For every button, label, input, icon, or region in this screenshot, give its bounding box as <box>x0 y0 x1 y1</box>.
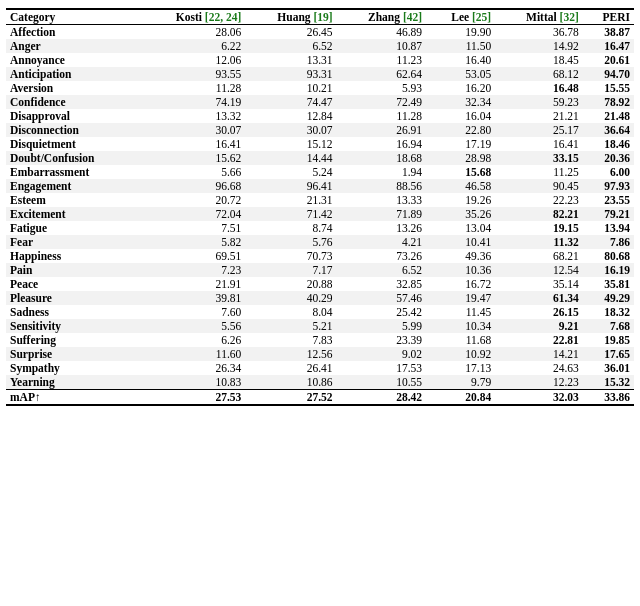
table-cell: 12.06 <box>139 53 245 67</box>
table-cell: 16.47 <box>583 39 634 53</box>
table-cell: Esteem <box>6 193 139 207</box>
table-cell: 10.21 <box>245 81 336 95</box>
table-row: Happiness69.5170.7373.2649.3668.2180.68 <box>6 249 634 263</box>
table-cell: 16.40 <box>426 53 495 67</box>
table-row: Annoyance12.0613.3111.2316.4018.4520.61 <box>6 53 634 67</box>
table-cell: 19.90 <box>426 25 495 40</box>
footer-cell: 27.53 <box>139 390 245 406</box>
table-cell: 23.39 <box>337 333 426 347</box>
table-cell: 11.68 <box>426 333 495 347</box>
table-cell: 11.32 <box>495 235 583 249</box>
table-cell: 6.22 <box>139 39 245 53</box>
table-row: Fear5.825.764.2110.4111.327.86 <box>6 235 634 249</box>
col-zhang: Zhang [42] <box>337 9 426 25</box>
table-cell: 93.31 <box>245 67 336 81</box>
table-cell: 49.36 <box>426 249 495 263</box>
table-cell: 32.85 <box>337 277 426 291</box>
table-cell: Excitement <box>6 207 139 221</box>
table-row: Suffering6.267.8323.3911.6822.8119.85 <box>6 333 634 347</box>
table-cell: Annoyance <box>6 53 139 67</box>
col-category: Category <box>6 9 139 25</box>
table-cell: 10.34 <box>426 319 495 333</box>
table-cell: 72.04 <box>139 207 245 221</box>
table-cell: 96.68 <box>139 179 245 193</box>
footer-cell: 28.42 <box>337 390 426 406</box>
table-cell: 82.21 <box>495 207 583 221</box>
table-cell: 26.45 <box>245 25 336 40</box>
table-cell: 14.21 <box>495 347 583 361</box>
table-cell: 7.51 <box>139 221 245 235</box>
table-cell: 35.14 <box>495 277 583 291</box>
table-row: Pleasure39.8140.2957.4619.4761.3449.29 <box>6 291 634 305</box>
ref-lee: [25] <box>472 11 491 23</box>
table-cell: 13.94 <box>583 221 634 235</box>
table-cell: 13.26 <box>337 221 426 235</box>
table-cell: 53.05 <box>426 67 495 81</box>
table-cell: 19.15 <box>495 221 583 235</box>
table-cell: 22.81 <box>495 333 583 347</box>
table-cell: 36.78 <box>495 25 583 40</box>
table-cell: 11.28 <box>337 109 426 123</box>
ref-mittal: [32] <box>560 11 579 23</box>
table-cell: 5.99 <box>337 319 426 333</box>
table-row: Esteem20.7221.3113.3319.2622.2323.55 <box>6 193 634 207</box>
table-cell: 7.23 <box>139 263 245 277</box>
table-row: Sensitivity5.565.215.9910.349.217.68 <box>6 319 634 333</box>
table-footer-row: mAP↑27.5327.5228.4220.8432.0333.86 <box>6 390 634 406</box>
table-cell: 15.62 <box>139 151 245 165</box>
footer-cell: 32.03 <box>495 390 583 406</box>
table-cell: 5.56 <box>139 319 245 333</box>
table-cell: 23.55 <box>583 193 634 207</box>
table-cell: 21.48 <box>583 109 634 123</box>
table-cell: Surprise <box>6 347 139 361</box>
table-cell: 5.76 <box>245 235 336 249</box>
table-row: Anger6.226.5210.8711.5014.9216.47 <box>6 39 634 53</box>
table-cell: 69.51 <box>139 249 245 263</box>
footer-cell: 27.52 <box>245 390 336 406</box>
col-kosti: Kosti [22, 24] <box>139 9 245 25</box>
table-cell: Fear <box>6 235 139 249</box>
table-row: Disconnection30.0730.0726.9122.8025.1736… <box>6 123 634 137</box>
table-cell: 19.85 <box>583 333 634 347</box>
table-cell: 93.55 <box>139 67 245 81</box>
table-cell: 16.41 <box>495 137 583 151</box>
table-cell: Embarrassment <box>6 165 139 179</box>
table-cell: 19.47 <box>426 291 495 305</box>
table-row: Embarrassment5.665.241.9415.6811.256.00 <box>6 165 634 179</box>
table-cell: 5.93 <box>337 81 426 95</box>
table-cell: 96.41 <box>245 179 336 193</box>
table-cell: Anger <box>6 39 139 53</box>
table-cell: 68.21 <box>495 249 583 263</box>
table-cell: 73.26 <box>337 249 426 263</box>
table-cell: Sympathy <box>6 361 139 375</box>
table-cell: 7.83 <box>245 333 336 347</box>
col-peri: PERI <box>583 9 634 25</box>
table-cell: 15.32 <box>583 375 634 390</box>
table-cell: 59.23 <box>495 95 583 109</box>
table-cell: 19.26 <box>426 193 495 207</box>
table-cell: Sensitivity <box>6 319 139 333</box>
table-cell: 13.31 <box>245 53 336 67</box>
table-cell: Doubt/Confusion <box>6 151 139 165</box>
table-cell: 57.46 <box>337 291 426 305</box>
table-cell: 28.98 <box>426 151 495 165</box>
table-cell: 9.21 <box>495 319 583 333</box>
table-cell: Happiness <box>6 249 139 263</box>
table-cell: 33.15 <box>495 151 583 165</box>
table-cell: 21.31 <box>245 193 336 207</box>
table-cell: Fatigue <box>6 221 139 235</box>
table-cell: 17.65 <box>583 347 634 361</box>
table-cell: 78.92 <box>583 95 634 109</box>
table-cell: 6.26 <box>139 333 245 347</box>
table-cell: 9.79 <box>426 375 495 390</box>
table-cell: 70.73 <box>245 249 336 263</box>
table-cell: 7.60 <box>139 305 245 319</box>
table-cell: Engagement <box>6 179 139 193</box>
table-cell: 68.12 <box>495 67 583 81</box>
table-cell: 11.23 <box>337 53 426 67</box>
table-cell: 30.07 <box>139 123 245 137</box>
table-cell: 61.34 <box>495 291 583 305</box>
table-cell: 10.41 <box>426 235 495 249</box>
table-row: Pain7.237.176.5210.3612.5416.19 <box>6 263 634 277</box>
table-cell: 94.70 <box>583 67 634 81</box>
